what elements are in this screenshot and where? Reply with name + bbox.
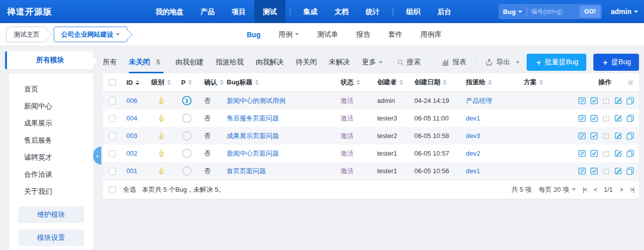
batch-create-bug-button[interactable]: ＋批量提Bug: [527, 54, 586, 71]
sort-icon[interactable]: [356, 80, 360, 85]
bug-title-link[interactable]: 新闻中心的测试用例: [227, 96, 285, 105]
confirm-bug-icon[interactable]: [578, 167, 586, 175]
page-size-dropdown[interactable]: 每页 20 项: [539, 185, 576, 194]
app-brand[interactable]: 禅道开源版: [0, 6, 59, 18]
row-checkbox[interactable]: [109, 115, 116, 122]
bug-title-link[interactable]: 成果展示页面问题: [227, 132, 279, 141]
first-page-button[interactable]: |<: [583, 186, 587, 193]
maintain-modules-button[interactable]: 维护模块: [18, 206, 84, 223]
filter-assigned-to-me[interactable]: 指派给我: [216, 51, 244, 73]
nav-item-doc[interactable]: 文档: [326, 0, 357, 23]
crumb-test-home[interactable]: 测试主页: [6, 27, 47, 42]
confirm-bug-icon[interactable]: [578, 149, 586, 158]
edit-bug-icon[interactable]: [614, 167, 622, 175]
bug-title-link[interactable]: 新闻中心页面问题: [227, 149, 279, 158]
sidebar-item-about-us[interactable]: 关于我们: [9, 183, 93, 200]
nav-item-my-dashboard[interactable]: 我的地盘: [147, 0, 192, 23]
tab-case[interactable]: 用例: [278, 30, 299, 39]
export-button[interactable]: 导出: [485, 58, 520, 67]
filter-opened-by-me[interactable]: 由我创建: [176, 51, 204, 73]
report-button[interactable]: 报表: [441, 58, 466, 67]
sidebar-collapse-handle[interactable]: ‹: [93, 147, 101, 165]
sort-icon[interactable]: [488, 80, 492, 85]
sort-icon[interactable]: [167, 80, 171, 85]
sidebar-item-cooperation[interactable]: 合作洽谈: [9, 166, 93, 183]
resolve-bug-icon[interactable]: [590, 149, 598, 158]
row-checkbox[interactable]: [109, 97, 116, 104]
bug-id-link[interactable]: 001: [126, 167, 137, 175]
confirm-bug-icon[interactable]: [578, 114, 586, 122]
tab-bug[interactable]: Bug: [247, 31, 260, 39]
search-input[interactable]: [527, 4, 578, 19]
filter-unclosed[interactable]: 未关闭5: [129, 51, 164, 73]
search-go-button[interactable]: GO!: [580, 6, 600, 18]
column-header-assigned-to[interactable]: 指派给: [464, 78, 522, 87]
edit-bug-icon[interactable]: [614, 96, 622, 105]
nav-item-admin-panel[interactable]: 后台: [429, 0, 460, 23]
select-all-label[interactable]: 全选: [123, 185, 136, 194]
sort-icon[interactable]: [135, 80, 139, 85]
user-menu[interactable]: admin: [611, 8, 638, 16]
nav-item-product[interactable]: 产品: [192, 0, 223, 23]
sidebar-item-after-sale[interactable]: 售后服务: [9, 132, 93, 149]
resolve-bug-icon[interactable]: [590, 132, 598, 140]
sort-icon[interactable]: [188, 80, 192, 85]
column-header-severity[interactable]: 级别: [148, 78, 174, 87]
assigned-to-link[interactable]: 产品经理: [466, 96, 492, 105]
last-page-button[interactable]: >|: [630, 186, 634, 193]
sort-icon[interactable]: [399, 80, 403, 85]
resolve-bug-icon[interactable]: [590, 96, 598, 105]
row-checkbox[interactable]: [109, 168, 116, 175]
copy-bug-icon[interactable]: [626, 132, 634, 140]
column-header-id[interactable]: ID: [122, 79, 148, 86]
sidebar-item-news[interactable]: 新闻中心: [9, 97, 93, 114]
filter-more[interactable]: 更多: [362, 51, 383, 73]
nav-item-org[interactable]: 组织: [398, 0, 429, 23]
column-header-creator[interactable]: 创建者: [375, 78, 412, 87]
sidebar-item-home[interactable]: 首页: [9, 80, 93, 97]
search-category-dropdown[interactable]: Bug: [499, 4, 527, 19]
sort-icon[interactable]: [539, 80, 543, 85]
module-settings-button[interactable]: 模块设置: [18, 229, 84, 246]
edit-bug-icon[interactable]: [614, 132, 622, 140]
prev-page-button[interactable]: <: [594, 186, 597, 193]
bug-id-link[interactable]: 004: [126, 114, 137, 122]
row-checkbox[interactable]: [109, 150, 116, 157]
column-header-title[interactable]: Bug标题: [227, 78, 339, 87]
nav-item-integration[interactable]: 集成: [295, 0, 326, 23]
assigned-to-link[interactable]: dev2: [466, 150, 480, 157]
nav-item-test[interactable]: 测试: [254, 0, 285, 23]
row-checkbox[interactable]: [109, 133, 116, 140]
sidebar-item-achievements[interactable]: 成果展示: [9, 114, 93, 132]
assigned-to-link[interactable]: dev1: [466, 114, 480, 122]
bug-title-link[interactable]: 首页页面问题: [227, 167, 266, 176]
tab-caselib[interactable]: 用例库: [420, 30, 441, 39]
gear-icon[interactable]: [627, 79, 634, 86]
sort-icon[interactable]: [220, 80, 224, 85]
resolve-bug-icon[interactable]: [590, 167, 598, 175]
column-header-actions[interactable]: 操作: [572, 78, 639, 87]
column-header-confirm[interactable]: 确认: [199, 78, 227, 87]
column-header-status[interactable]: 状态: [339, 78, 375, 87]
bug-title-link[interactable]: 售后服务页面问题: [227, 114, 279, 123]
sidebar-all-modules[interactable]: 所有模块: [5, 51, 93, 69]
filter-to-close[interactable]: 待关闭: [296, 51, 317, 73]
copy-bug-icon[interactable]: [626, 167, 634, 175]
nav-item-stats[interactable]: 统计: [357, 0, 388, 23]
bug-id-link[interactable]: 006: [126, 97, 137, 104]
tab-report[interactable]: 报告: [356, 30, 370, 39]
edit-bug-icon[interactable]: [614, 114, 622, 122]
column-header-pri[interactable]: P: [174, 79, 199, 86]
column-header-plan[interactable]: 方案: [522, 78, 572, 87]
filter-resolved-by-me[interactable]: 由我解决: [256, 51, 284, 73]
sidebar-item-jobs[interactable]: 诚聘英才: [9, 149, 93, 166]
create-bug-button[interactable]: ＋提Bug: [593, 54, 639, 71]
copy-bug-icon[interactable]: [626, 149, 634, 158]
bug-id-link[interactable]: 003: [126, 132, 137, 140]
confirm-bug-icon[interactable]: [578, 132, 586, 140]
copy-bug-icon[interactable]: [626, 114, 634, 122]
copy-bug-icon[interactable]: [626, 96, 634, 105]
select-all-checkbox[interactable]: [109, 79, 116, 86]
sort-icon[interactable]: [443, 80, 447, 85]
nav-item-project[interactable]: 项目: [223, 0, 254, 23]
